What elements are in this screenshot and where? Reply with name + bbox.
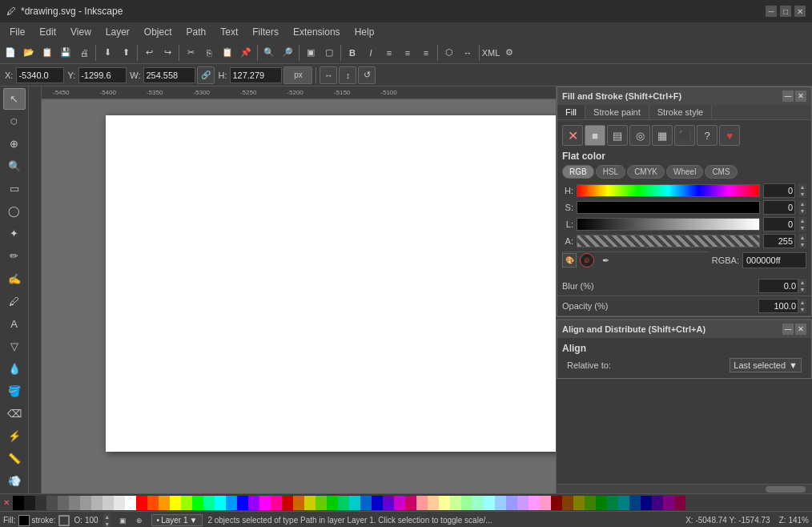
color-tab-cms[interactable]: CMS — [705, 165, 737, 179]
new-button[interactable]: 📄 — [2, 44, 19, 62]
blur-up-arrow[interactable]: ▲ — [798, 279, 806, 286]
color-swatch[interactable] — [203, 496, 215, 510]
dialog-minimize-button[interactable]: — — [782, 91, 794, 102]
color-swatch[interactable] — [439, 496, 450, 510]
rgba-input[interactable] — [742, 252, 806, 268]
menu-filters[interactable]: Filters — [246, 25, 285, 39]
color-swatch[interactable] — [428, 496, 439, 510]
color-swatch[interactable] — [585, 496, 596, 510]
print-button[interactable]: 🖨 — [75, 44, 93, 62]
color-tab-cmyk[interactable]: CMYK — [627, 165, 665, 179]
h-input[interactable] — [230, 67, 282, 83]
mode-btn-2[interactable]: ⊕ — [132, 513, 147, 528]
s-down-arrow[interactable]: ▼ — [798, 207, 806, 215]
color-swatch[interactable] — [641, 496, 652, 510]
menu-path[interactable]: Path — [180, 25, 213, 39]
rect-tool[interactable]: ▭ — [3, 178, 26, 199]
color-swatch[interactable] — [450, 496, 461, 510]
menu-edit[interactable]: Edit — [33, 25, 62, 39]
color-swatch[interactable] — [226, 496, 237, 510]
prefs-button[interactable]: ⚙ — [500, 44, 518, 62]
color-swatch[interactable] — [46, 496, 58, 510]
node-tool[interactable]: ⬡ — [3, 111, 26, 132]
color-swatch[interactable] — [181, 496, 192, 510]
h-value-input[interactable] — [763, 183, 795, 198]
color-swatch[interactable] — [80, 496, 91, 510]
w-input[interactable] — [143, 67, 195, 83]
opacity-up-arrow[interactable]: ▲ — [798, 299, 806, 306]
color-swatch[interactable] — [282, 496, 293, 510]
menu-text[interactable]: Text — [214, 25, 244, 39]
color-swatch[interactable] — [13, 496, 24, 510]
export-button[interactable]: ⬆ — [117, 44, 135, 62]
color-swatch[interactable] — [394, 496, 405, 510]
color-swatch[interactable] — [517, 496, 529, 510]
bold-button[interactable]: B — [344, 44, 361, 62]
color-swatch[interactable] — [405, 496, 416, 510]
color-swatch[interactable] — [596, 496, 607, 510]
color-swatch[interactable] — [607, 496, 618, 510]
dropper-tool[interactable]: 💧 — [3, 358, 26, 380]
mode-btn-1[interactable]: ▣ — [116, 513, 131, 528]
color-swatch[interactable] — [629, 496, 641, 510]
group-button[interactable]: ▣ — [302, 44, 320, 62]
color-swatch[interactable] — [674, 496, 685, 510]
undo-button[interactable]: ↩ — [140, 44, 158, 62]
blur-input[interactable] — [758, 279, 798, 293]
color-swatch[interactable] — [551, 496, 562, 510]
select-tool[interactable]: ↖ — [3, 88, 26, 110]
l-value-input[interactable] — [763, 217, 795, 231]
save-button[interactable]: 💾 — [57, 44, 74, 62]
close-button[interactable]: ✕ — [794, 6, 806, 17]
rotate90-button[interactable]: ↺ — [358, 66, 376, 84]
a-up-arrow[interactable]: ▲ — [798, 234, 806, 241]
color-swatch[interactable] — [573, 496, 585, 510]
h-slider[interactable] — [577, 184, 760, 197]
color-swatch[interactable] — [259, 496, 271, 510]
opacity-down[interactable]: ▼ — [103, 521, 111, 528]
maximize-button[interactable]: □ — [780, 6, 791, 17]
tweak-tool[interactable]: ⊕ — [3, 133, 26, 155]
h-down-arrow[interactable]: ▼ — [798, 191, 806, 198]
color-swatch[interactable] — [540, 496, 551, 510]
color-manage-button[interactable]: 🎨 — [562, 253, 577, 268]
opacity-down-arrow[interactable]: ▼ — [798, 306, 806, 313]
menu-extensions[interactable]: Extensions — [287, 25, 347, 39]
zoom-out-button[interactable]: 🔎 — [279, 44, 296, 62]
color-swatch[interactable] — [147, 496, 159, 510]
color-swatch[interactable] — [349, 496, 360, 510]
color-swatch[interactable] — [114, 496, 125, 510]
color-swatch[interactable] — [360, 496, 372, 510]
color-swatch[interactable] — [136, 496, 147, 510]
measure-tool[interactable]: 📏 — [3, 448, 26, 469]
text-tool[interactable]: A — [3, 313, 26, 335]
blur-down-arrow[interactable]: ▼ — [798, 286, 806, 293]
color-swatch[interactable] — [237, 496, 248, 510]
open-button[interactable]: 📂 — [20, 44, 38, 62]
color-wheel-toggle[interactable]: ⊘ — [580, 253, 594, 268]
h-up-arrow[interactable]: ▲ — [798, 183, 806, 191]
align-minimize-button[interactable]: — — [782, 324, 794, 335]
color-swatch[interactable] — [170, 496, 181, 510]
color-swatch[interactable] — [103, 496, 114, 510]
pipette-button[interactable]: ✒ — [597, 252, 613, 268]
color-swatch[interactable] — [472, 496, 484, 510]
color-swatch[interactable] — [316, 496, 327, 510]
import-button[interactable]: ⬇ — [98, 44, 116, 62]
minimize-button[interactable]: ─ — [766, 6, 777, 17]
menu-object[interactable]: Object — [138, 25, 179, 39]
paste-button[interactable]: 📋 — [219, 44, 236, 62]
color-swatch[interactable] — [529, 496, 540, 510]
gradient-tool[interactable]: ▽ — [3, 336, 26, 357]
pen-tool[interactable]: ✏ — [3, 245, 26, 267]
italic-button[interactable]: I — [362, 44, 380, 62]
s-value-input[interactable] — [763, 200, 795, 215]
fill-radial-gradient-button[interactable]: ◎ — [629, 125, 650, 146]
node-editor-button[interactable]: ⬡ — [440, 44, 458, 62]
zoom-in-button[interactable]: 🔍 — [260, 44, 278, 62]
fill-none-button[interactable]: ✕ — [562, 125, 583, 146]
transform-x-button[interactable]: ↔ — [320, 66, 337, 84]
l-down-arrow[interactable]: ▼ — [798, 224, 806, 231]
panel-scrollbar[interactable] — [557, 484, 812, 493]
color-tab-rgb[interactable]: RGB — [562, 165, 594, 179]
